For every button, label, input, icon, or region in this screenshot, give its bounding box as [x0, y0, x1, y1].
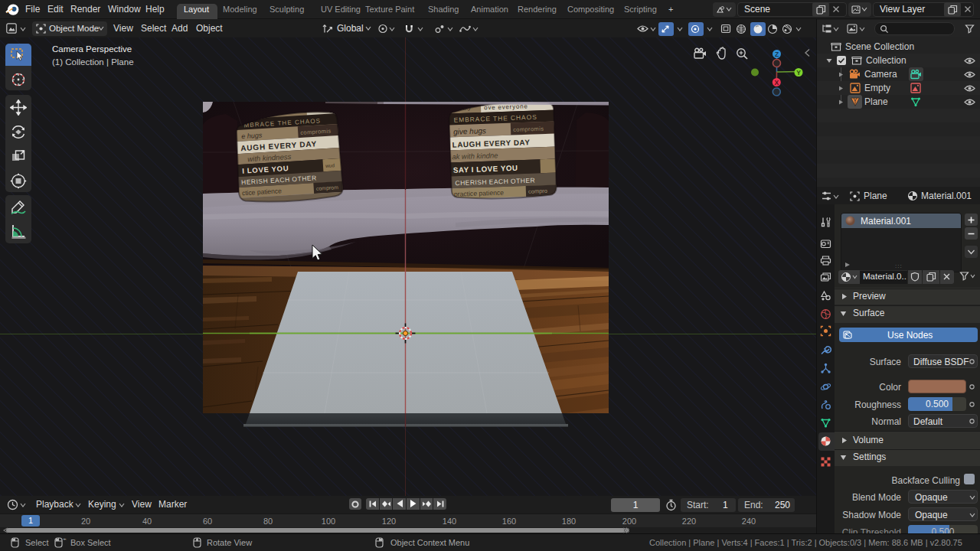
svg-text:give hugs: give hugs: [453, 126, 486, 135]
svg-text:compro: compro: [528, 187, 547, 195]
svg-text:wud: wud: [325, 162, 335, 168]
svg-text:X: X: [774, 79, 779, 86]
svg-text:ak with kindne: ak with kindne: [452, 151, 498, 161]
svg-text:Y: Y: [796, 69, 801, 77]
svg-text:Z: Z: [775, 51, 779, 58]
svg-text:e hugs: e hugs: [241, 132, 263, 141]
svg-text:compromis: compromis: [513, 126, 544, 133]
